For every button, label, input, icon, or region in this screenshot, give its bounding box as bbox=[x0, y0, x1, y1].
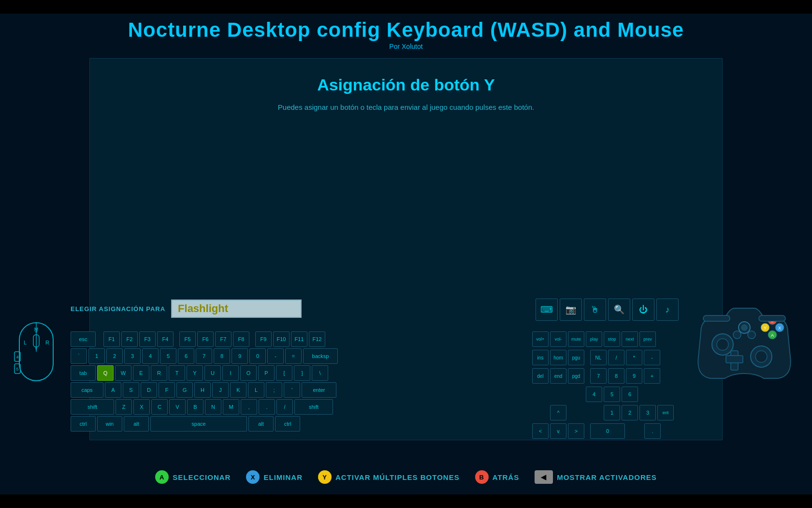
key-numplus[interactable]: + bbox=[644, 368, 660, 384]
key-i[interactable]: I bbox=[222, 365, 239, 381]
key-backspace[interactable]: backsp bbox=[303, 348, 338, 364]
btn-x-icon[interactable]: X bbox=[246, 470, 260, 484]
key-x[interactable]: X bbox=[133, 399, 150, 415]
btn-b-icon[interactable]: B bbox=[475, 470, 489, 484]
key-w[interactable]: W bbox=[115, 365, 131, 381]
key-f6[interactable]: F6 bbox=[197, 331, 214, 347]
key-pgup[interactable]: pgu bbox=[568, 350, 584, 365]
key-space[interactable]: space bbox=[150, 416, 247, 432]
key-esc[interactable]: esc bbox=[71, 331, 96, 347]
key-6[interactable]: 6 bbox=[178, 348, 194, 364]
key-l[interactable]: L bbox=[248, 382, 264, 398]
key-f5[interactable]: F5 bbox=[179, 331, 196, 347]
key-4[interactable]: 4 bbox=[142, 348, 159, 364]
key-7[interactable]: 7 bbox=[196, 348, 212, 364]
key-shift-left[interactable]: shift bbox=[71, 399, 114, 415]
key-volup[interactable]: vol+ bbox=[532, 331, 549, 347]
key-q[interactable]: Q bbox=[97, 365, 114, 381]
key-equals[interactable]: = bbox=[285, 348, 302, 364]
key-minus[interactable]: - bbox=[267, 348, 284, 364]
key-voldown[interactable]: vol- bbox=[550, 331, 566, 347]
key-f12[interactable]: F12 bbox=[309, 331, 325, 347]
key-right[interactable]: > bbox=[568, 423, 584, 439]
toolbar-camera-btn[interactable]: 📷 bbox=[560, 299, 582, 321]
key-a[interactable]: A bbox=[105, 382, 121, 398]
key-up[interactable]: ^ bbox=[550, 405, 566, 420]
key-u[interactable]: U bbox=[204, 365, 221, 381]
key-semicolon[interactable]: ; bbox=[266, 382, 282, 398]
key-apostrophe[interactable]: ' bbox=[284, 382, 300, 398]
key-d[interactable]: D bbox=[141, 382, 157, 398]
key-8[interactable]: 8 bbox=[214, 348, 230, 364]
key-g[interactable]: G bbox=[176, 382, 193, 398]
key-backslash[interactable]: \ bbox=[312, 365, 328, 381]
key-2[interactable]: 2 bbox=[106, 348, 123, 364]
key-f8[interactable]: F8 bbox=[233, 331, 249, 347]
key-next[interactable]: next bbox=[622, 331, 638, 347]
key-r[interactable]: R bbox=[151, 365, 167, 381]
key-period[interactable]: . bbox=[259, 399, 275, 415]
key-comma[interactable]: , bbox=[241, 399, 257, 415]
key-slash[interactable]: / bbox=[276, 399, 293, 415]
key-mute[interactable]: mute bbox=[568, 331, 584, 347]
key-num1[interactable]: 1 bbox=[604, 405, 620, 420]
key-z[interactable]: Z bbox=[116, 399, 132, 415]
key-f3[interactable]: F3 bbox=[139, 331, 156, 347]
key-y[interactable]: Y bbox=[187, 365, 203, 381]
key-backtick[interactable]: ` bbox=[71, 348, 87, 364]
toolbar-power-btn[interactable]: ⏻ bbox=[632, 299, 654, 321]
key-ctrl-left[interactable]: ctrl bbox=[71, 416, 96, 432]
key-f7[interactable]: F7 bbox=[215, 331, 232, 347]
key-e[interactable]: E bbox=[133, 365, 149, 381]
key-shift-right[interactable]: shift bbox=[294, 399, 333, 415]
key-f[interactable]: F bbox=[159, 382, 175, 398]
key-f2[interactable]: F2 bbox=[121, 331, 138, 347]
key-num5[interactable]: 5 bbox=[604, 387, 620, 402]
key-b[interactable]: B bbox=[187, 399, 203, 415]
key-c[interactable]: C bbox=[151, 399, 168, 415]
key-p[interactable]: P bbox=[258, 365, 275, 381]
key-f9[interactable]: F9 bbox=[255, 331, 272, 347]
key-v[interactable]: V bbox=[169, 399, 186, 415]
key-prev[interactable]: prev bbox=[639, 331, 656, 347]
key-nummul[interactable]: * bbox=[626, 350, 642, 365]
key-enter[interactable]: enter bbox=[302, 382, 336, 398]
key-numdiv[interactable]: / bbox=[608, 350, 624, 365]
btn-a-icon[interactable]: A bbox=[155, 470, 169, 484]
key-3[interactable]: 3 bbox=[124, 348, 141, 364]
key-5[interactable]: 5 bbox=[160, 348, 176, 364]
key-num7[interactable]: 7 bbox=[590, 368, 607, 384]
btn-lb-icon[interactable]: ◀ bbox=[535, 470, 553, 484]
key-f4[interactable]: F4 bbox=[157, 331, 174, 347]
key-j[interactable]: J bbox=[212, 382, 229, 398]
key-o[interactable]: O bbox=[240, 365, 257, 381]
btn-y-icon[interactable]: Y bbox=[318, 470, 332, 484]
key-ctrl-right[interactable]: ctrl bbox=[275, 416, 300, 432]
toolbar-music-btn[interactable]: ♪ bbox=[656, 299, 679, 321]
key-down[interactable]: v bbox=[550, 423, 566, 439]
key-lbracket[interactable]: [ bbox=[276, 365, 292, 381]
key-f10[interactable]: F10 bbox=[273, 331, 290, 347]
key-home[interactable]: hom bbox=[550, 350, 566, 365]
key-numlock[interactable]: NL bbox=[590, 350, 607, 365]
key-m[interactable]: M bbox=[223, 399, 239, 415]
key-k[interactable]: K bbox=[230, 382, 246, 398]
key-num6[interactable]: 6 bbox=[622, 387, 638, 402]
key-caps[interactable]: caps bbox=[71, 382, 103, 398]
key-num0[interactable]: 0 bbox=[590, 423, 625, 439]
key-numenter[interactable]: ent bbox=[657, 405, 674, 420]
key-alt-left[interactable]: alt bbox=[124, 416, 149, 432]
key-end[interactable]: end bbox=[550, 368, 566, 384]
key-num4[interactable]: 4 bbox=[586, 387, 602, 402]
key-1[interactable]: 1 bbox=[88, 348, 105, 364]
key-s[interactable]: S bbox=[123, 382, 139, 398]
key-play[interactable]: play bbox=[586, 331, 602, 347]
key-0[interactable]: 0 bbox=[249, 348, 266, 364]
key-numminus[interactable]: - bbox=[644, 350, 660, 365]
key-h[interactable]: H bbox=[194, 382, 211, 398]
key-pgdn[interactable]: pgd bbox=[568, 368, 584, 384]
key-num8[interactable]: 8 bbox=[608, 368, 624, 384]
key-t[interactable]: T bbox=[169, 365, 185, 381]
key-stop[interactable]: stop bbox=[604, 331, 620, 347]
key-n[interactable]: N bbox=[205, 399, 221, 415]
